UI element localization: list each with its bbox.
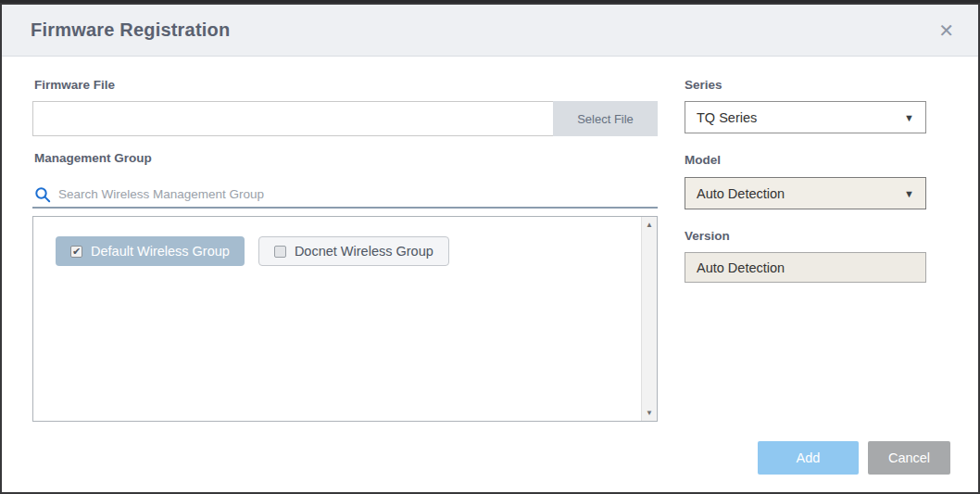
version-field: Auto Detection [685,252,926,283]
scroll-up-icon[interactable]: ▲ [642,217,657,233]
screen: Firmware Registration ✕ Firmware File Se… [0,0,980,494]
checkbox-checked-icon[interactable]: ✔ [70,246,82,258]
scroll-down-icon[interactable]: ▼ [642,405,657,421]
model-label: Model [685,153,721,167]
firmware-file-row: Select File [32,101,658,136]
group-search-row [32,184,658,209]
chevron-down-icon: ▼ [904,112,914,123]
search-icon [34,186,51,203]
group-chip-label: Docnet Wireless Group [295,244,433,259]
chevron-down-icon: ▼ [904,188,914,199]
series-selected-value: TQ Series [697,110,757,125]
model-select[interactable]: Auto Detection ▼ [685,177,926,209]
model-selected-value: Auto Detection [697,186,785,201]
checkbox-unchecked-icon[interactable] [274,246,286,258]
select-file-button[interactable]: Select File [553,101,658,136]
series-label: Series [685,78,722,92]
group-chip-docnet-wireless[interactable]: Docnet Wireless Group [258,236,449,266]
management-group-label: Management Group [34,151,152,165]
group-chip-default-wireless[interactable]: ✔ Default Wireless Group [56,236,245,266]
version-value: Auto Detection [697,260,785,275]
firmware-file-label: Firmware File [34,78,115,92]
firmware-registration-dialog: Firmware Registration ✕ Firmware File Se… [0,3,980,494]
group-chips: ✔ Default Wireless Group Docnet Wireless… [56,236,629,266]
group-search-input[interactable] [58,187,658,204]
cancel-button[interactable]: Cancel [868,441,950,475]
list-scrollbar[interactable]: ▲ ▼ [641,217,657,421]
dialog-header: Firmware Registration ✕ [2,5,978,57]
close-icon[interactable]: ✕ [938,21,954,40]
add-button[interactable]: Add [758,441,859,475]
group-chip-label: Default Wireless Group [91,244,230,259]
series-select[interactable]: TQ Series ▼ [685,101,926,133]
management-group-list: ✔ Default Wireless Group Docnet Wireless… [32,216,658,422]
firmware-file-input[interactable] [32,101,553,136]
dialog-title: Firmware Registration [31,19,230,41]
version-label: Version [685,229,730,243]
